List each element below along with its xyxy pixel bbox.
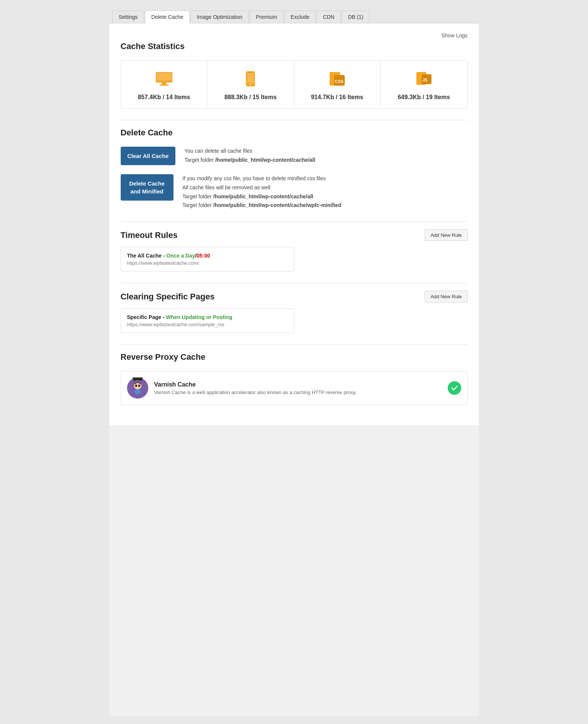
clearing-pages-title: Clearing Specific Pages (121, 292, 215, 302)
tabs-bar: Settings Delete Cache Image Optimization… (109, 8, 479, 23)
varnish-avatar-icon (127, 377, 148, 399)
monitor-icon (154, 70, 174, 89)
stats-grid: 857.4Kb / 14 Items 888.3Kb / 15 Items (121, 60, 468, 109)
svg-rect-7 (247, 73, 254, 83)
svg-rect-9 (249, 72, 252, 73)
reverse-proxy-title: Reverse Proxy Cache (121, 352, 468, 362)
stat-item-monitor: 857.4Kb / 14 Items (121, 61, 208, 108)
page-wrapper: Settings Delete Cache Image Optimization… (109, 8, 479, 716)
clearing-specific-pages-section: Clearing Specific Pages Add New Rule Spe… (121, 291, 468, 333)
delete-minified-description: If you modify any css file, you have to … (183, 174, 342, 210)
cache-statistics-section: Cache Statistics 857.4Kb / 14 Items (121, 41, 468, 109)
clear-desc-line1: You can delete all cache files (184, 147, 315, 156)
reverse-proxy-section: Reverse Proxy Cache Varnish Cach (121, 352, 468, 405)
css-icon: CSS (327, 70, 347, 89)
stat-item-mobile: 888.3Kb / 15 Items (207, 61, 294, 108)
tab-cdn[interactable]: CDN (316, 11, 341, 23)
divider-4 (121, 344, 468, 345)
stat-monitor-label: 857.4Kb / 14 Items (138, 94, 190, 101)
svg-text:CSS: CSS (335, 79, 344, 84)
clear-all-cache-button[interactable]: Clear All Cache (121, 147, 176, 165)
timeout-rules-title: Timeout Rules (121, 230, 178, 240)
tab-exclude[interactable]: Exclude (284, 11, 316, 23)
varnish-cache-card: Varnish Cache Varnish Cache is a web app… (121, 371, 468, 405)
delete-cache-title: Delete Cache (121, 128, 468, 138)
svg-rect-4 (160, 84, 169, 86)
varnish-enabled-check[interactable] (448, 381, 461, 395)
clear-path: /home/public_html/wp-content/cache/all (215, 157, 315, 163)
show-logs-link[interactable]: Show Logs (441, 32, 467, 38)
varnish-avatar (127, 377, 148, 399)
minified-desc-line1: If you modify any css file, you have to … (183, 174, 342, 183)
divider-1 (121, 120, 468, 120)
timeout-rules-header: Timeout Rules Add New Rule (121, 229, 468, 241)
tab-settings[interactable]: Settings (112, 11, 144, 23)
minified-path2: /home/public_html/wp-content/cache/wpfc-… (213, 202, 341, 208)
svg-point-17 (134, 382, 141, 390)
svg-text:JS: JS (422, 78, 427, 82)
timeout-rule-url: https://www.wpfastestcache.com/ (127, 260, 288, 266)
tab-db[interactable]: DB (1) (342, 11, 370, 23)
timeout-rules-section: Timeout Rules Add New Rule The All Cache… (121, 229, 468, 272)
svg-point-18 (135, 385, 137, 387)
cache-statistics-title: Cache Statistics (121, 41, 468, 51)
svg-rect-2 (157, 73, 172, 82)
delete-minified-row: Delete Cacheand Minified If you modify a… (121, 174, 468, 210)
stat-css-label: 914.7Kb / 16 Items (311, 94, 363, 101)
specific-page-rule-card: Specific Page - When Updating or Posting… (121, 308, 294, 333)
varnish-desc: Varnish Cache is a web application accel… (154, 390, 442, 395)
tab-delete-cache[interactable]: Delete Cache (145, 11, 190, 23)
divider-3 (121, 283, 468, 283)
varnish-name: Varnish Cache (154, 381, 442, 388)
clear-desc-line2: Target folder /home/public_html/wp-conte… (184, 156, 315, 165)
checkmark-icon (451, 384, 458, 392)
stat-mobile-label: 888.3Kb / 15 Items (224, 94, 277, 101)
minified-path1: /home/public_html/wp-content/cache/all (213, 193, 313, 199)
clear-all-cache-row: Clear All Cache You can delete all cache… (121, 147, 468, 165)
add-timeout-rule-button[interactable]: Add New Rule (425, 229, 467, 241)
specific-page-rule-title: Specific Page - When Updating or Posting (127, 314, 288, 320)
varnish-info: Varnish Cache Varnish Cache is a web app… (154, 381, 442, 395)
svg-rect-3 (162, 83, 166, 84)
tab-image-optimization[interactable]: Image Optimization (190, 11, 249, 23)
mobile-icon (241, 70, 260, 89)
main-content: Show Logs Cache Statistics 857.4Kb / 14 … (109, 23, 479, 425)
stat-js-label: 649.3Kb / 19 Items (398, 94, 450, 101)
minified-desc-line3: Target folder /home/public_html/wp-conte… (183, 192, 342, 201)
timeout-rule-card: The All Cache - Once a Day/05:00 https:/… (121, 247, 294, 272)
js-icon: JS (414, 70, 434, 89)
minified-desc-line2: All cache files will be removed as well (183, 183, 342, 192)
specific-page-rule-url: https://www.wpfastestcache.com/sample_rs… (127, 322, 288, 327)
timeout-rule-title: The All Cache - Once a Day/05:00 (127, 253, 288, 259)
delete-cache-section: Delete Cache Clear All Cache You can del… (121, 128, 468, 210)
header-row: Show Logs (121, 32, 468, 38)
stat-item-js: JS 649.3Kb / 19 Items (381, 61, 467, 108)
clearing-pages-header: Clearing Specific Pages Add New Rule (121, 291, 468, 302)
stat-item-css: CSS 914.7Kb / 16 Items (294, 61, 381, 108)
clear-all-cache-description: You can delete all cache files Target fo… (184, 147, 315, 165)
tab-premium[interactable]: Premium (250, 11, 284, 23)
svg-point-8 (250, 84, 251, 85)
divider-2 (121, 221, 468, 222)
add-specific-page-rule-button[interactable]: Add New Rule (425, 291, 467, 302)
svg-point-19 (138, 385, 140, 387)
delete-minified-button[interactable]: Delete Cacheand Minified (121, 174, 173, 201)
minified-desc-line4: Target folder /home/public_html/wp-conte… (183, 201, 342, 210)
